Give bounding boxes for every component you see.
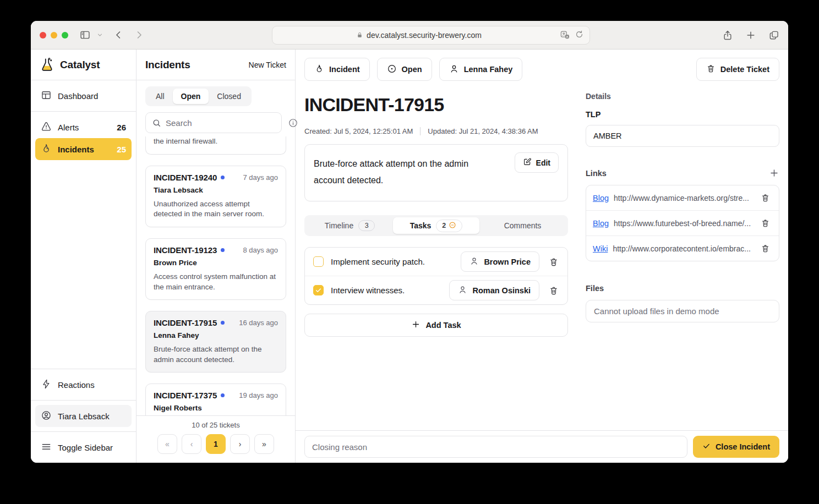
ticket-card-selected[interactable]: INCIDENT-17915 16 days ago Lenna Fahey B… bbox=[145, 311, 286, 372]
flame-icon bbox=[41, 143, 52, 156]
menu-icon bbox=[41, 441, 52, 454]
ticket-owner-button[interactable]: Lenna Fahey bbox=[439, 58, 523, 81]
new-ticket-button[interactable]: New Ticket bbox=[249, 61, 286, 69]
task-checkbox-unchecked[interactable] bbox=[313, 256, 324, 267]
sidebar-item-incidents[interactable]: Incidents 25 bbox=[35, 138, 132, 160]
delete-link-button[interactable] bbox=[758, 191, 772, 205]
delete-ticket-label: Delete Ticket bbox=[720, 65, 769, 74]
sidebar-chevron-down-icon[interactable] bbox=[96, 31, 103, 39]
current-user-name: Tiara Lebsack bbox=[58, 412, 110, 421]
lightning-icon bbox=[41, 379, 52, 391]
delete-link-button[interactable] bbox=[758, 242, 772, 255]
task-assignee-button[interactable]: Brown Price bbox=[461, 251, 539, 272]
sidebar-item-alerts[interactable]: Alerts 26 bbox=[35, 116, 132, 138]
reload-icon[interactable] bbox=[575, 30, 584, 40]
tab-overview-icon[interactable] bbox=[768, 30, 779, 41]
ticket-status-button[interactable]: Open bbox=[377, 58, 432, 81]
forward-button[interactable] bbox=[134, 30, 144, 40]
browser-toolbar: dev.catalyst.security-brewery.com bbox=[31, 21, 788, 50]
ticket-id: INCIDENT-19240 bbox=[154, 173, 217, 182]
browser-sidebar-icon[interactable] bbox=[79, 29, 91, 41]
prev-page-button[interactable]: ‹ bbox=[182, 434, 201, 454]
assignee-name: Roman Osinski bbox=[472, 286, 531, 295]
next-page-button[interactable]: › bbox=[230, 434, 250, 454]
close-incident-button[interactable]: Close Incident bbox=[693, 436, 779, 458]
tab-timeline[interactable]: Timeline 3 bbox=[307, 217, 393, 234]
trash-icon bbox=[706, 64, 716, 75]
filter-open[interactable]: Open bbox=[173, 89, 209, 104]
first-page-button[interactable]: « bbox=[157, 434, 177, 454]
search-box[interactable] bbox=[145, 112, 282, 133]
page-1-button[interactable]: 1 bbox=[206, 434, 226, 454]
ticket-card-partial[interactable]: the internal firewall. bbox=[145, 136, 286, 155]
add-link-button[interactable] bbox=[769, 168, 779, 178]
ticket-type-button[interactable]: Incident bbox=[304, 58, 370, 81]
ticket-type-label: Incident bbox=[329, 65, 360, 74]
link-url: http://www.corporatecontent.io/embrac... bbox=[613, 244, 754, 253]
sidebar-item-dashboard[interactable]: Dashboard bbox=[35, 85, 132, 107]
close-window-button[interactable] bbox=[40, 32, 46, 39]
ticket-id: INCIDENT-17375 bbox=[154, 391, 217, 400]
filter-all[interactable]: All bbox=[148, 89, 173, 104]
divider bbox=[420, 127, 421, 135]
flame-icon bbox=[314, 64, 324, 75]
edit-description-button[interactable]: Edit bbox=[515, 152, 559, 173]
task-list: Implement security patch. Brown Price bbox=[304, 247, 568, 305]
link-anchor[interactable]: Blog bbox=[593, 219, 609, 228]
share-icon[interactable] bbox=[722, 30, 733, 41]
detail-tabs: Timeline 3 Tasks 2 bbox=[304, 215, 568, 236]
last-page-button[interactable]: » bbox=[254, 434, 274, 454]
task-assignee-button[interactable]: Roman Osinski bbox=[449, 280, 539, 300]
link-anchor[interactable]: Wiki bbox=[593, 244, 608, 253]
translate-icon[interactable] bbox=[560, 30, 570, 40]
description-card: Brute-force attack attempt on the admin … bbox=[304, 144, 568, 201]
status-filter: All Open Closed bbox=[145, 86, 252, 106]
closing-reason-input[interactable] bbox=[304, 436, 687, 458]
ticket-age: 8 days ago bbox=[243, 246, 278, 254]
tab-label: Tasks bbox=[410, 221, 432, 230]
unread-dot bbox=[221, 393, 225, 397]
updated-timestamp: Updated: Jul 21, 2024, 4:38:36 AM bbox=[428, 127, 538, 135]
lock-icon bbox=[356, 31, 363, 39]
zoom-window-button[interactable] bbox=[62, 32, 68, 39]
tab-comments[interactable]: Comments bbox=[479, 217, 566, 234]
add-task-button[interactable]: Add Task bbox=[304, 314, 568, 337]
browser-window: dev.catalyst.security-brewery.com bbox=[31, 21, 788, 463]
search-input[interactable] bbox=[166, 118, 275, 128]
ticket-owner: Tiara Lebsack bbox=[154, 186, 278, 194]
close-incident-label: Close Incident bbox=[716, 442, 770, 451]
filter-closed[interactable]: Closed bbox=[209, 89, 249, 104]
ticket-card[interactable]: INCIDENT-19123 8 days ago Brown Price Ac… bbox=[145, 238, 286, 300]
ticket-card[interactable]: INCIDENT-17375 19 days ago Nigel Roberts… bbox=[145, 384, 286, 415]
sidebar-item-reactions[interactable]: Reactions bbox=[35, 374, 132, 396]
link-row: Blog https://www.futurebest-of-breed.nam… bbox=[586, 210, 779, 235]
tlp-select[interactable]: AMBER bbox=[586, 125, 779, 147]
ticket-owner: Lenna Fahey bbox=[154, 331, 278, 339]
tab-tasks[interactable]: Tasks 2 bbox=[393, 217, 479, 234]
tasks-count: 2 bbox=[442, 222, 446, 229]
link-url: https://www.futurebest-of-breed.name/... bbox=[614, 219, 754, 228]
delete-task-button[interactable] bbox=[547, 283, 561, 298]
delete-ticket-button[interactable]: Delete Ticket bbox=[696, 58, 779, 81]
delete-task-button[interactable] bbox=[547, 255, 561, 269]
details-panel: Details TLP AMBER Links Blog bbox=[577, 81, 788, 430]
minimize-window-button[interactable] bbox=[51, 32, 57, 39]
link-url: http://www.dynamice-markets.org/stre... bbox=[614, 194, 754, 202]
link-anchor[interactable]: Blog bbox=[593, 194, 609, 202]
ticket-count: 10 of 25 tickets bbox=[145, 421, 286, 429]
new-tab-icon[interactable] bbox=[745, 30, 756, 41]
search-icon bbox=[152, 118, 161, 128]
links-heading: Links bbox=[586, 169, 607, 178]
toggle-sidebar-button[interactable]: Toggle Sidebar bbox=[35, 436, 132, 458]
links-list: Blog http://www.dynamice-markets.org/str… bbox=[586, 185, 779, 261]
sidebar-user-menu[interactable]: Tiara Lebsack bbox=[35, 405, 132, 427]
person-icon bbox=[458, 285, 467, 296]
task-checkbox-checked[interactable] bbox=[313, 285, 324, 295]
task-row: Interview witnesses. Roman Osinski bbox=[305, 276, 567, 304]
address-bar[interactable]: dev.catalyst.security-brewery.com bbox=[272, 26, 590, 45]
panel-title: Incidents bbox=[145, 59, 190, 71]
unread-dot bbox=[221, 321, 225, 325]
ticket-card[interactable]: INCIDENT-19240 7 days ago Tiara Lebsack … bbox=[145, 166, 286, 227]
delete-link-button[interactable] bbox=[758, 216, 772, 230]
back-button[interactable] bbox=[113, 30, 124, 40]
